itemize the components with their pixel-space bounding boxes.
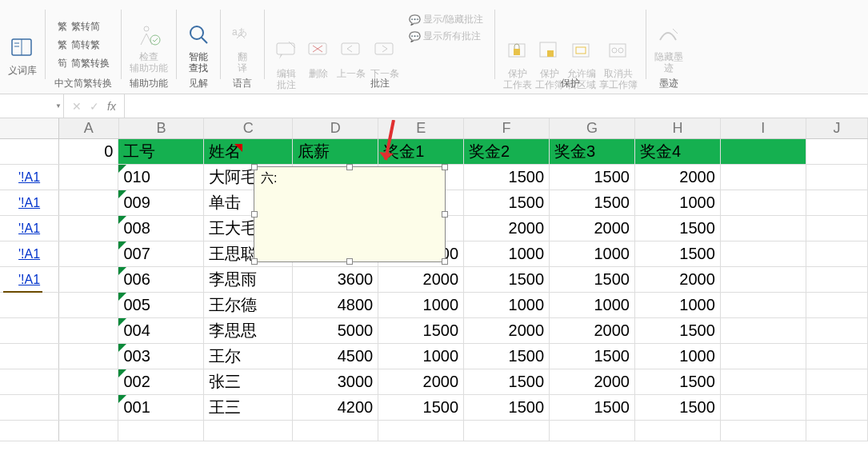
cell[interactable] xyxy=(59,369,118,394)
col-header-j[interactable]: J xyxy=(806,118,868,138)
cell[interactable]: 1500 xyxy=(635,369,721,394)
row-header[interactable]: '!A1 xyxy=(0,216,59,241)
cell[interactable] xyxy=(59,241,118,266)
cell[interactable] xyxy=(721,241,806,266)
cell[interactable] xyxy=(59,421,118,441)
cell[interactable] xyxy=(806,190,868,215)
cell[interactable] xyxy=(59,293,118,317)
cell[interactable] xyxy=(721,369,806,394)
cell[interactable] xyxy=(806,369,868,394)
cell[interactable]: 1500 xyxy=(550,267,635,292)
cell[interactable] xyxy=(806,421,868,441)
trad-to-simp-button[interactable]: 繁繁转简 xyxy=(54,18,113,35)
cell[interactable] xyxy=(806,267,868,292)
cell[interactable]: 1000 xyxy=(378,293,464,317)
cell[interactable]: 2000 xyxy=(378,369,464,394)
cell[interactable] xyxy=(806,139,868,164)
cell[interactable]: 1500 xyxy=(550,165,635,190)
cell[interactable] xyxy=(635,421,721,441)
cell[interactable]: 1500 xyxy=(550,190,635,215)
cell[interactable]: 007 xyxy=(118,241,204,266)
cell[interactable]: 001 xyxy=(118,395,204,420)
cell[interactable]: 4800 xyxy=(293,293,378,317)
cell[interactable] xyxy=(59,165,118,190)
cell[interactable] xyxy=(721,165,806,190)
cell[interactable]: 底薪 xyxy=(293,139,378,164)
row-header[interactable] xyxy=(0,344,59,369)
col-header-d[interactable]: D xyxy=(293,118,378,138)
comment-box[interactable]: 六: xyxy=(254,166,446,262)
cell[interactable] xyxy=(806,293,868,317)
cell[interactable] xyxy=(59,395,118,420)
cell[interactable] xyxy=(378,421,464,441)
cell[interactable] xyxy=(293,421,378,441)
cell[interactable]: 1500 xyxy=(378,318,464,343)
cell[interactable]: 1500 xyxy=(378,395,464,420)
row-header[interactable] xyxy=(0,395,59,420)
cancel-icon[interactable]: ✕ xyxy=(72,100,82,113)
check-accessibility-button[interactable]: 检查 辅助功能 xyxy=(130,21,168,74)
cell[interactable]: 奖金2 xyxy=(464,139,550,164)
cell[interactable] xyxy=(806,165,868,190)
cell[interactable]: 2000 xyxy=(464,318,550,343)
cell[interactable]: 李思雨 xyxy=(204,267,293,292)
cell[interactable]: 2000 xyxy=(464,216,550,241)
cell[interactable]: 1500 xyxy=(464,369,550,394)
cell[interactable] xyxy=(721,395,806,420)
cell[interactable]: 姓名 xyxy=(204,139,293,164)
cell[interactable] xyxy=(59,216,118,241)
simp-to-trad-button[interactable]: 繁简转繁 xyxy=(54,37,113,54)
cell[interactable]: 005 xyxy=(118,293,204,317)
cell[interactable] xyxy=(118,421,204,441)
cell[interactable]: 1500 xyxy=(550,395,635,420)
cell[interactable]: 1500 xyxy=(550,344,635,369)
cell[interactable]: 王尔德 xyxy=(204,293,293,317)
cell[interactable]: 奖金4 xyxy=(635,139,721,164)
cell[interactable]: 2000 xyxy=(635,267,721,292)
row-header[interactable] xyxy=(0,139,59,164)
smart-lookup-button[interactable]: 智能 查找 xyxy=(185,21,212,74)
cell[interactable]: 2000 xyxy=(378,267,464,292)
col-header-b[interactable]: B xyxy=(119,118,205,138)
show-hide-comment-button[interactable]: 💬显示/隐藏批注 xyxy=(406,11,486,28)
translate-button[interactable]: aあ 翻 译 xyxy=(229,21,256,74)
row-header[interactable]: '!A1 xyxy=(0,190,59,215)
cell[interactable] xyxy=(721,318,806,343)
cell[interactable]: 1000 xyxy=(635,344,721,369)
cell[interactable]: 4500 xyxy=(293,344,378,369)
cell[interactable] xyxy=(806,318,868,343)
col-header-i[interactable]: I xyxy=(721,118,806,138)
col-header-h[interactable]: H xyxy=(635,118,721,138)
cell[interactable]: 2000 xyxy=(635,165,721,190)
cell[interactable]: 1500 xyxy=(635,318,721,343)
row-header[interactable]: '!A1 xyxy=(0,241,59,266)
cell[interactable] xyxy=(721,190,806,215)
cell[interactable]: 009 xyxy=(118,190,204,215)
cell[interactable]: 3600 xyxy=(293,267,378,292)
col-header-f[interactable]: F xyxy=(464,118,550,138)
cell[interactable] xyxy=(59,190,118,215)
cell[interactable]: 0 xyxy=(59,139,118,164)
row-header[interactable] xyxy=(0,318,59,343)
cell[interactable]: 1000 xyxy=(635,190,721,215)
col-header-a[interactable]: A xyxy=(59,118,118,138)
cell[interactable]: 张三 xyxy=(204,369,293,394)
hide-ink-button[interactable]: 隐藏墨 迹 xyxy=(654,21,683,74)
cell[interactable]: 002 xyxy=(118,369,204,394)
cell[interactable]: 工号 xyxy=(118,139,204,164)
cell[interactable]: 1000 xyxy=(464,293,550,317)
col-header-g[interactable]: G xyxy=(550,118,635,138)
cell[interactable]: 1000 xyxy=(635,293,721,317)
cell[interactable] xyxy=(721,421,806,441)
cell[interactable] xyxy=(721,267,806,292)
cell[interactable]: 王尔 xyxy=(204,344,293,369)
cell[interactable]: 1000 xyxy=(550,293,635,317)
cell[interactable] xyxy=(59,318,118,343)
cell[interactable] xyxy=(721,216,806,241)
cell[interactable]: 1500 xyxy=(635,216,721,241)
row-header[interactable]: '!A1 xyxy=(0,267,59,292)
row-header[interactable]: '!A1 xyxy=(0,165,59,190)
cell[interactable]: 5000 xyxy=(293,318,378,343)
cell[interactable]: 1500 xyxy=(635,241,721,266)
cell[interactable]: 4200 xyxy=(293,395,378,420)
